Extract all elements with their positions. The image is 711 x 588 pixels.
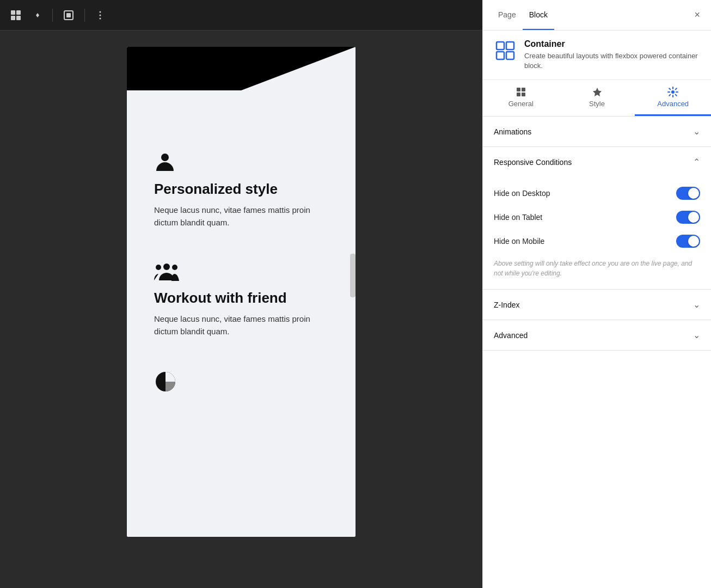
- svg-point-9: [161, 154, 169, 161]
- svg-point-11: [156, 265, 161, 270]
- svg-rect-1: [16, 10, 21, 15]
- header-graphic: [127, 47, 356, 134]
- svg-rect-17: [506, 52, 514, 59]
- block-info-text: Container Create beautiful layouts with …: [524, 39, 700, 71]
- hide-on-desktop-toggle[interactable]: [676, 187, 700, 200]
- expand-button[interactable]: [29, 7, 46, 23]
- scrollbar[interactable]: [350, 254, 356, 297]
- toolbar-separator: [52, 9, 53, 22]
- panel-close-button[interactable]: ×: [692, 7, 702, 23]
- svg-rect-21: [522, 93, 525, 96]
- zindex-chevron-down-icon: ⌄: [693, 299, 700, 310]
- advanced-chevron-down-icon: ⌄: [693, 330, 700, 340]
- responsive-helper-text: Above setting will only take effect once…: [494, 259, 700, 278]
- toggle-knob-mobile: [688, 236, 699, 247]
- block-info: Container Create beautiful layouts with …: [483, 30, 711, 80]
- hide-on-mobile-label: Hide on Mobile: [494, 237, 544, 246]
- accordion-zindex-title: Z-Index: [494, 301, 519, 309]
- panel-body: Animations ⌄ Responsive Conditions ⌃ Hid…: [483, 117, 711, 588]
- tab-page[interactable]: Page: [492, 1, 523, 30]
- block-icon-wrap: [494, 39, 517, 62]
- svg-rect-16: [497, 52, 504, 59]
- section2-title: Workout with friend: [154, 290, 328, 307]
- svg-point-6: [100, 11, 101, 13]
- accordion-animations: Animations ⌄: [483, 117, 711, 147]
- section1-text: Neque lacus nunc, vitae fames mattis pro…: [154, 204, 328, 229]
- toggle-knob-tablet: [688, 212, 699, 223]
- block-description: Create beautiful layouts with flexbox po…: [524, 51, 700, 71]
- svg-rect-20: [517, 93, 520, 96]
- page-preview: Personalized style Neque lacus nunc, vit…: [127, 47, 356, 537]
- layout-view-button[interactable]: [7, 6, 25, 24]
- accordion-advanced-title: Advanced: [494, 331, 528, 340]
- style-icon: [592, 87, 603, 97]
- toggle-row-tablet: Hide on Tablet: [494, 205, 700, 229]
- svg-rect-18: [517, 88, 520, 91]
- canvas-content: Personalized style Neque lacus nunc, vit…: [0, 30, 482, 588]
- svg-rect-2: [11, 16, 15, 20]
- pie-chart-icon: [154, 370, 328, 393]
- more-options-button[interactable]: [91, 7, 109, 24]
- section1-title: Personalized style: [154, 181, 328, 198]
- accordion-zindex: Z-Index ⌄: [483, 290, 711, 320]
- preview-section-1: Personalized style Neque lacus nunc, vit…: [127, 134, 356, 245]
- subtab-general-label: General: [508, 100, 534, 108]
- subtab-style[interactable]: Style: [559, 80, 635, 116]
- accordion-advanced-header[interactable]: Advanced ⌄: [483, 320, 711, 350]
- svg-rect-3: [16, 16, 21, 20]
- accordion-responsive-title: Responsive Conditions: [494, 158, 572, 167]
- right-panel: Page Block × Container Create beautiful …: [482, 0, 711, 588]
- subtab-general[interactable]: General: [483, 80, 559, 116]
- animations-chevron-down-icon: ⌄: [693, 126, 700, 137]
- general-icon: [516, 87, 526, 97]
- subtab-advanced[interactable]: Advanced: [635, 80, 711, 116]
- accordion-zindex-header[interactable]: Z-Index ⌄: [483, 290, 711, 320]
- accordion-advanced: Advanced ⌄: [483, 320, 711, 351]
- toolbar: [0, 0, 482, 30]
- tab-block[interactable]: Block: [523, 1, 554, 30]
- block-button[interactable]: [59, 6, 78, 24]
- block-title: Container: [524, 39, 700, 49]
- toggle-row-mobile: Hide on Mobile: [494, 229, 700, 253]
- svg-point-8: [100, 17, 101, 19]
- advanced-icon: [667, 87, 678, 97]
- subtab-style-label: Style: [589, 100, 605, 108]
- toggle-row-desktop: Hide on Desktop: [494, 181, 700, 205]
- svg-point-12: [172, 265, 177, 270]
- hide-on-tablet-label: Hide on Tablet: [494, 213, 542, 222]
- preview-section-2: Workout with friend Neque lacus nunc, vi…: [127, 245, 356, 354]
- accordion-responsive-header[interactable]: Responsive Conditions ⌃: [483, 147, 711, 177]
- responsive-chevron-up-icon: ⌃: [693, 157, 700, 167]
- preview-section-3: [127, 354, 356, 418]
- accordion-responsive: Responsive Conditions ⌃ Hide on Desktop …: [483, 147, 711, 290]
- svg-rect-0: [11, 10, 15, 15]
- svg-point-10: [163, 264, 170, 270]
- accordion-animations-title: Animations: [494, 127, 531, 136]
- toggle-knob-desktop: [688, 188, 699, 199]
- hide-on-tablet-toggle[interactable]: [676, 211, 700, 224]
- accordion-responsive-content: Hide on Desktop Hide on Tablet Hide on M…: [483, 177, 711, 289]
- panel-header: Page Block ×: [483, 0, 711, 30]
- svg-rect-15: [506, 42, 514, 50]
- svg-rect-5: [66, 13, 71, 17]
- person-icon: [154, 150, 328, 172]
- svg-point-22: [671, 90, 675, 94]
- section2-text: Neque lacus nunc, vitae fames mattis pro…: [154, 313, 328, 338]
- sub-tabs: General Style Advanced: [483, 80, 711, 117]
- hide-on-desktop-label: Hide on Desktop: [494, 189, 550, 198]
- accordion-animations-header[interactable]: Animations ⌄: [483, 117, 711, 146]
- svg-point-7: [100, 14, 101, 16]
- toolbar-separator-2: [84, 9, 85, 22]
- header-triangle: [127, 47, 356, 134]
- subtab-advanced-label: Advanced: [657, 100, 689, 108]
- hide-on-mobile-toggle[interactable]: [676, 235, 700, 248]
- container-icon: [495, 40, 516, 61]
- svg-rect-19: [522, 88, 525, 91]
- svg-rect-14: [497, 42, 504, 50]
- group-icon: [154, 261, 328, 281]
